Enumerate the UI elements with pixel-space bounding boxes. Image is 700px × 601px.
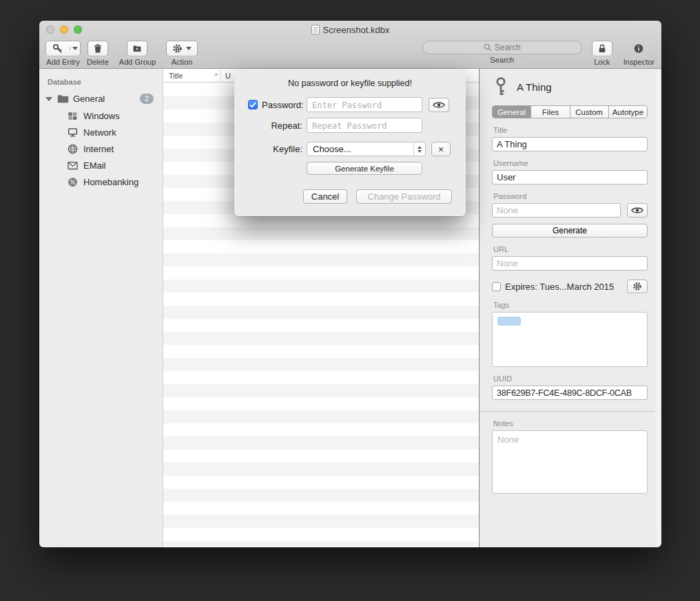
tags-field[interactable] (492, 312, 648, 367)
clear-keyfile-button[interactable]: × (431, 142, 451, 156)
document-icon (311, 25, 320, 34)
lock-button[interactable] (592, 41, 612, 56)
inspector-header: A Thing (493, 76, 648, 97)
expires-settings-button[interactable] (627, 280, 648, 293)
tab-custom[interactable]: Custom (570, 106, 609, 118)
reveal-password-button[interactable] (627, 203, 648, 218)
percent-coin-icon (68, 177, 78, 187)
tag-token[interactable] (497, 317, 521, 326)
folder-plus-icon (133, 44, 141, 53)
title-field[interactable] (492, 137, 648, 151)
tab-autotype[interactable]: Autotype (609, 106, 647, 118)
action-label: Action (172, 58, 193, 66)
inspector-panel: A Thing General Files Custom Autotype Ti… (480, 69, 661, 547)
sidebar-item-homebanking[interactable]: Homebanking (39, 173, 163, 190)
toolbar-item-inspector: Inspector (624, 41, 655, 66)
action-button[interactable] (166, 41, 198, 56)
inspector-scrollbar[interactable] (655, 70, 661, 546)
sidebar-item-network[interactable]: Network (39, 124, 163, 140)
checkmark-icon (249, 102, 256, 108)
sidebar-item-internet[interactable]: Internet (39, 140, 163, 157)
add-entry-dropdown[interactable] (70, 47, 80, 50)
sort-ascending-icon: ^ (215, 72, 218, 79)
close-icon: × (438, 144, 444, 155)
delete-button[interactable] (88, 41, 108, 56)
tab-files[interactable]: Files (531, 106, 570, 118)
inspector-button[interactable] (628, 41, 649, 56)
add-entry-label: Add Entry (46, 58, 79, 66)
folder-icon (57, 94, 69, 103)
sidebar-item-label: Network (83, 127, 116, 138)
search-placeholder: Search (495, 43, 521, 52)
envelope-icon (68, 161, 78, 170)
expires-row: Expires: Tues...March 2015 (492, 280, 648, 293)
password-checkbox[interactable] (248, 100, 258, 109)
repeat-password-input[interactable] (307, 118, 422, 133)
generate-keyfile-button[interactable]: Generate Keyfile (307, 162, 422, 175)
url-field[interactable] (492, 256, 648, 271)
password-label: Password: (262, 100, 307, 110)
delete-label: Delete (87, 58, 109, 66)
desktop-background: Screenshot.kdbx (0, 0, 700, 601)
password-field[interactable] (492, 203, 621, 218)
gear-icon (632, 282, 642, 291)
section-divider (480, 411, 661, 412)
notes-field[interactable]: None (492, 430, 648, 494)
reveal-password-button[interactable] (429, 98, 449, 112)
key-plus-icon (46, 43, 70, 54)
sidebar-item-windows[interactable]: Windows (39, 107, 163, 124)
chevron-down-icon (72, 47, 78, 50)
change-password-button[interactable]: Change Password (356, 189, 452, 204)
username-field-label: Username (493, 159, 648, 167)
sidebar-group-label: General (73, 94, 105, 104)
entry-title: A Thing (517, 81, 552, 93)
eye-icon (433, 101, 445, 109)
sidebar: Database General 2 Windows (39, 69, 163, 547)
window-title-area: Screenshot.kdbx (39, 21, 661, 39)
chevron-down-icon (186, 47, 192, 50)
cancel-button[interactable]: Cancel (303, 189, 347, 204)
generate-password-button[interactable]: Generate (492, 224, 648, 238)
keyfile-selected-value: Choose... (307, 144, 413, 154)
uuid-field[interactable] (492, 386, 648, 400)
add-group-button[interactable] (127, 41, 147, 56)
add-entry-button[interactable] (45, 41, 81, 56)
notes-field-label: Notes (493, 419, 648, 428)
disclosure-triangle-icon[interactable] (45, 97, 52, 101)
expires-checkbox[interactable] (492, 282, 501, 291)
dialog-actions: Cancel Change Password (248, 189, 452, 204)
tab-general[interactable]: General (493, 106, 531, 118)
generate-keyfile-row: Generate Keyfile (248, 162, 452, 175)
lock-label: Lock (594, 58, 610, 66)
toolbar-item-add-entry: Add Entry (45, 41, 81, 66)
toolbar-item-add-group: Add Group (119, 41, 156, 66)
password-row: Password: (248, 97, 452, 112)
window-title: Screenshot.kdbx (323, 25, 390, 35)
key-icon (493, 76, 508, 97)
column-username-label: U (225, 72, 231, 80)
sidebar-group-general[interactable]: General 2 (39, 90, 163, 107)
window-chrome: Screenshot.kdbx (39, 21, 661, 69)
expires-label: Expires: Tues...March 2015 (505, 282, 623, 292)
column-header-title[interactable]: Title ^ (163, 69, 221, 82)
add-group-label: Add Group (119, 58, 156, 66)
search-input[interactable]: Search (422, 41, 582, 54)
sidebar-item-label: Homebanking (83, 177, 138, 187)
password-field-row (492, 203, 648, 218)
password-input[interactable] (307, 97, 422, 112)
sidebar-section-header: Database (39, 69, 163, 90)
url-field-label: URL (493, 245, 648, 253)
username-field[interactable] (492, 170, 648, 184)
info-icon (634, 43, 644, 54)
column-header-username[interactable]: U (221, 72, 231, 80)
network-icon (68, 127, 78, 138)
entry-count-badge: 2 (140, 94, 154, 104)
keyfile-select[interactable]: Choose... (307, 142, 426, 156)
tags-field-label: Tags (493, 301, 648, 309)
toolbar-item-action: Action (166, 41, 198, 66)
column-title-label: Title (169, 72, 183, 80)
keyfile-label: Keyfile: (262, 144, 307, 154)
sidebar-item-email[interactable]: EMail (39, 157, 163, 173)
search-label: Search (490, 56, 514, 64)
titlebar[interactable]: Screenshot.kdbx (39, 21, 661, 39)
